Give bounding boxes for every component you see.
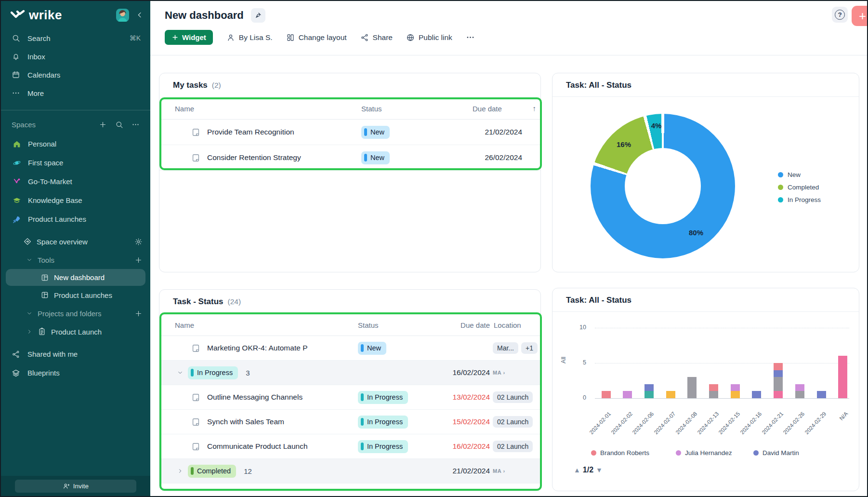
chevron-right-icon[interactable] [177, 468, 184, 474]
table-row[interactable]: Synch with Sales TeamIn Progress15/02/20… [159, 410, 540, 434]
space-item-knowledge-base[interactable]: Knowledge Base [1, 191, 150, 210]
status-badge-in-progress[interactable]: In Progress [358, 391, 408, 404]
public-link-button[interactable]: Public link [406, 33, 452, 42]
legend-item-new[interactable]: New [778, 171, 821, 178]
column-name[interactable]: Name [175, 321, 358, 329]
x-tick-label: 2024-02-13 [679, 411, 720, 454]
status-badge-in-progress[interactable]: In Progress [358, 416, 408, 429]
column-name[interactable]: Name [175, 105, 361, 113]
tree-item-product-launches[interactable]: Product Launches [1, 286, 150, 304]
table-row[interactable]: Provide Team RecognitionNew21/02/2024 [159, 120, 540, 145]
chevron-down-icon[interactable] [26, 310, 33, 317]
task-name-cell: Marketing OKR-4: Automate P [175, 344, 358, 353]
column-status[interactable]: Status [358, 321, 450, 329]
location-chip[interactable]: +1 [521, 342, 538, 354]
chevron-down-icon[interactable] [177, 369, 184, 376]
sidebar-item-inbox[interactable]: Inbox [1, 47, 150, 66]
person-plus-icon [63, 483, 70, 490]
status-badge-new[interactable]: New [361, 151, 390, 164]
group-row[interactable]: In Progress316/02/2024MA › [159, 361, 540, 385]
legend-item-julia-hernandez[interactable]: Julia Hernandez [676, 449, 732, 457]
gear-icon[interactable] [134, 238, 143, 246]
plus-icon[interactable] [134, 309, 143, 318]
tree-item-product-launch[interactable]: Product Launch [1, 322, 150, 341]
collapse-sidebar-icon[interactable] [136, 11, 144, 19]
location-preview: MA › [493, 370, 505, 376]
tree-item-new-dashboard[interactable]: New dashboard [6, 269, 145, 286]
my-tasks-table-header: Name Status Due date ↑ [159, 98, 540, 120]
space-item-product-launches[interactable]: Product Launches [1, 210, 150, 228]
owner-button[interactable]: By Lisa S. [226, 33, 273, 42]
column-due-date[interactable]: Due date [450, 321, 490, 329]
global-add-button[interactable]: + [852, 6, 868, 26]
space-item-go-to-market[interactable]: Go-To-Market [1, 172, 150, 191]
search-spaces-icon[interactable] [115, 121, 123, 129]
legend-pager: ▲ 1/2 ▼ [574, 466, 603, 474]
location-chip[interactable]: 02 Launch [493, 416, 533, 428]
sidebar-item-calendars[interactable]: Calendars [1, 66, 150, 84]
dashboard-toolbar: Widget By Lisa S. Change layout Share Pu… [165, 30, 475, 45]
table-row[interactable]: Consider Retention StrategyNew26/02/2024 [159, 145, 540, 171]
legend-item-brandon-roberts[interactable]: Brandon Roberts [591, 449, 649, 457]
user-avatar[interactable] [116, 9, 129, 22]
column-status[interactable]: Status [361, 105, 473, 113]
sidebar-item-blueprints[interactable]: Blueprints [1, 363, 150, 382]
help-button[interactable]: ? [832, 7, 848, 23]
location-chip[interactable]: 02 Launch [493, 391, 533, 403]
sidebar-item-search[interactable]: Search⌘K [1, 29, 150, 47]
task-name: Outline Messaging Channels [207, 393, 302, 402]
task-due-date: 13/02/2024 [450, 393, 490, 402]
tree-item-space-overview[interactable]: Space overview [1, 232, 150, 251]
add-widget-button[interactable]: Widget [165, 30, 213, 45]
group-row[interactable]: Completed1221/02/2024MA › [159, 459, 540, 484]
status-badge-in-progress[interactable]: In Progress [358, 440, 408, 453]
page-header: New dashboard Widget By Lisa S. Change l… [150, 1, 867, 55]
page-up-icon[interactable]: ▲ [574, 466, 580, 474]
x-tick-label: 2024-02-15 [701, 411, 741, 454]
task-location-cell: Mar...+1 [490, 342, 538, 354]
legend-item-in-progress[interactable]: In Progress [778, 196, 821, 203]
location-chip[interactable]: Mar... [493, 342, 518, 354]
page-down-icon[interactable]: ▼ [596, 466, 603, 474]
add-space-icon[interactable] [99, 121, 107, 129]
sidebar-item-more[interactable]: More [1, 84, 150, 102]
plus-icon[interactable] [134, 256, 143, 264]
share-button[interactable]: Share [360, 33, 393, 42]
column-location[interactable]: Location [490, 321, 538, 329]
table-row[interactable]: Outline Messaging ChannelsIn Progress13/… [159, 385, 540, 410]
sidebar-footer: Invite [1, 476, 150, 496]
space-item-personal[interactable]: Personal [1, 134, 150, 153]
tree-item-tools[interactable]: Tools [1, 251, 150, 269]
column-due-date[interactable]: Due date [473, 105, 522, 113]
chevron-right-icon[interactable] [26, 328, 33, 335]
share-icon [360, 33, 369, 42]
tree-item-projects-and-folders[interactable]: Projects and folders [1, 304, 150, 322]
spaces-more-icon[interactable] [132, 121, 140, 129]
chevron-down-icon[interactable] [26, 256, 33, 263]
space-item-first-space[interactable]: First space [1, 153, 150, 172]
status-badge-in-progress[interactable]: In Progress [188, 366, 238, 379]
toolbar-more-button[interactable] [466, 33, 475, 42]
status-badge-new[interactable]: New [358, 342, 386, 355]
y-tick-5: 5 [572, 359, 586, 366]
location-chip[interactable]: 02 Launch [493, 441, 533, 452]
status-badge-completed[interactable]: Completed [188, 465, 236, 478]
legend-item-completed[interactable]: Completed [778, 184, 821, 191]
legend-item-david-martin[interactable]: David Martin [753, 449, 799, 457]
wrike-logo[interactable]: wrike [11, 8, 62, 23]
status-badge-bar [191, 467, 194, 475]
plus-icon [171, 34, 179, 41]
sidebar-item-shared-with-me[interactable]: Shared with me [1, 345, 150, 363]
legend-label: New [788, 171, 801, 178]
table-row[interactable]: Marketing OKR-4: Automate PNewMar...+1 [159, 336, 540, 361]
donut-label-in-progress: 4% [651, 121, 662, 130]
task-due-date: 21/02/2024 [473, 128, 522, 136]
table-row[interactable]: Communicate Product LaunchIn Progress16/… [159, 434, 540, 459]
status-badge-new[interactable]: New [361, 126, 390, 139]
legend-label: Julia Hernandez [685, 449, 732, 457]
sort-ascending-icon[interactable]: ↑ [533, 104, 537, 112]
invite-button[interactable]: Invite [15, 480, 136, 493]
bar-segment-teal [644, 391, 654, 398]
pin-button[interactable] [251, 8, 265, 23]
change-layout-button[interactable]: Change layout [286, 33, 347, 42]
